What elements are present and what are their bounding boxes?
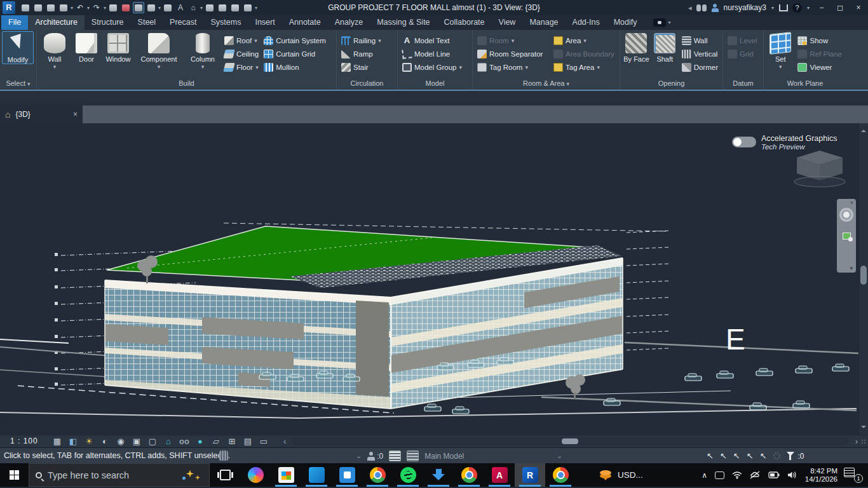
- battery-icon[interactable]: [768, 471, 780, 478]
- viewer-button[interactable]: Viewer: [795, 60, 844, 74]
- taskbar-download-app[interactable]: [423, 463, 454, 487]
- undo-icon[interactable]: ↶: [74, 2, 86, 13]
- taskbar-outlook[interactable]: [301, 463, 332, 487]
- speaker-icon[interactable]: [787, 471, 797, 479]
- model-text-button[interactable]: AModel Text: [400, 34, 465, 47]
- tab-systems[interactable]: Systems: [203, 15, 248, 30]
- taskbar-copilot[interactable]: [240, 463, 271, 487]
- detail-level-icon[interactable]: ▦: [52, 436, 62, 446]
- mall-building[interactable]: [105, 226, 623, 409]
- sync-caret-icon[interactable]: ▾: [71, 5, 73, 11]
- design-options-button[interactable]: [407, 451, 419, 461]
- drawing-area[interactable]: E Accelerated Graphics Tech Preview LEFT…: [0, 123, 868, 435]
- tag-room-button[interactable]: Tag Room▾: [475, 60, 551, 74]
- display-icon[interactable]: [715, 471, 724, 479]
- steering-wheel-icon[interactable]: [839, 208, 853, 222]
- render-icon[interactable]: ◉: [116, 436, 126, 446]
- wall-button[interactable]: Wall▾: [39, 31, 71, 71]
- taskbar-store[interactable]: [271, 463, 301, 487]
- select-by-face-icon[interactable]: ↖: [747, 451, 754, 461]
- tab-modify[interactable]: Modify: [607, 15, 644, 30]
- scale-button[interactable]: 1 : 100: [10, 437, 38, 445]
- taskbar-chrome-1[interactable]: [362, 463, 393, 487]
- worksharing-display-icon[interactable]: ▤: [243, 436, 253, 446]
- scroll-up-icon[interactable]: [861, 127, 866, 132]
- record-caret-icon[interactable]: ▾: [668, 20, 671, 25]
- component-button[interactable]: Component▾: [134, 31, 184, 71]
- tree[interactable]: [566, 374, 585, 399]
- help-icon[interactable]: ?: [792, 3, 802, 13]
- tag-area-button[interactable]: Tag Area▾: [551, 60, 617, 74]
- accelerated-graphics-toggle[interactable]: [732, 137, 756, 147]
- navbar-caret-icon[interactable]: ▾: [850, 265, 853, 271]
- measure-icon[interactable]: [146, 2, 157, 13]
- floor-button[interactable]: Floor▾: [222, 60, 261, 74]
- scroll-down-icon[interactable]: [861, 426, 866, 431]
- crop-region-icon[interactable]: ▢: [147, 436, 158, 446]
- tab-structure[interactable]: Structure: [85, 15, 131, 30]
- dormer-button[interactable]: Dormer: [679, 60, 721, 74]
- aligned-dimension-icon[interactable]: [133, 2, 144, 13]
- file-menu-icon[interactable]: [20, 2, 31, 13]
- currency-widget[interactable]: USD...: [599, 470, 643, 481]
- undo-caret-icon[interactable]: ▾: [87, 5, 90, 11]
- screen-record-button[interactable]: ▾: [653, 15, 672, 30]
- user-name[interactable]: nursyafikay3: [724, 3, 766, 12]
- displacement-icon[interactable]: ▱: [211, 436, 221, 446]
- window-button[interactable]: Window: [102, 31, 134, 63]
- wall-opening-button[interactable]: Wall: [679, 34, 721, 47]
- level-lines-right[interactable]: [627, 231, 670, 350]
- tag-icon[interactable]: [162, 2, 173, 13]
- tab-architecture[interactable]: Architecture: [28, 15, 85, 30]
- temporary-hide-isolate-icon[interactable]: ●: [195, 436, 205, 446]
- taskbar-autocad[interactable]: A: [484, 463, 515, 487]
- close-view-icon[interactable]: ×: [73, 110, 78, 119]
- scroll-right-icon[interactable]: ›: [855, 437, 858, 446]
- select-panel-label[interactable]: Select ▾: [0, 79, 36, 90]
- collapse-icon[interactable]: ◂: [688, 4, 692, 12]
- default-3d-view-icon[interactable]: ⌂: [187, 2, 199, 13]
- search-icon[interactable]: [696, 4, 707, 11]
- curtain-grid-button[interactable]: Curtain Grid: [261, 47, 329, 60]
- opening-by-face-button[interactable]: By Face: [622, 31, 651, 63]
- vertical-scroll-thumb[interactable]: [860, 266, 867, 285]
- roof-button[interactable]: Roof▾: [222, 34, 261, 47]
- minimize-button[interactable]: −: [815, 3, 829, 12]
- taskbar-clock[interactable]: 8:42 PM 14/1/2026: [805, 467, 837, 484]
- area-button[interactable]: Area▾: [551, 34, 617, 47]
- help-caret-icon[interactable]: ▾: [807, 5, 810, 11]
- vertical-scrollbar[interactable]: [858, 123, 868, 435]
- navbar-close-icon[interactable]: ×: [850, 200, 853, 206]
- vertical-opening-button[interactable]: Vertical: [679, 47, 721, 60]
- view-tab-3d[interactable]: ⌂ {3D} ×: [0, 105, 83, 123]
- filter-icon[interactable]: [787, 452, 794, 460]
- level-markers[interactable]: [55, 253, 58, 386]
- tray-expand-icon[interactable]: ∧: [702, 471, 707, 480]
- tab-manage[interactable]: Manage: [522, 15, 565, 30]
- open-icon[interactable]: [32, 2, 44, 13]
- stair-button[interactable]: Stair: [339, 60, 384, 74]
- locked-view-icon[interactable]: ⌂: [163, 436, 173, 446]
- selection-box-icon[interactable]: ▭: [259, 436, 269, 446]
- taskbar-blue-app[interactable]: [332, 463, 362, 487]
- redo-icon[interactable]: ↷: [91, 2, 102, 13]
- tab-analyze[interactable]: Analyze: [328, 15, 370, 30]
- select-pinned-icon[interactable]: ↖: [733, 451, 740, 461]
- select-links-icon[interactable]: ↖: [707, 451, 714, 461]
- store-cart-icon[interactable]: [779, 4, 788, 11]
- shadows-icon[interactable]: ◐: [100, 436, 110, 446]
- text-icon[interactable]: A: [175, 2, 186, 13]
- tab-insert[interactable]: Insert: [248, 15, 281, 30]
- customize-qat-icon[interactable]: ▾: [255, 5, 257, 11]
- tab-annotate[interactable]: Annotate: [282, 15, 328, 30]
- print-icon[interactable]: [107, 2, 119, 13]
- sync-icon[interactable]: [58, 2, 69, 13]
- tab-steel[interactable]: Steel: [131, 15, 163, 30]
- crop-view-icon[interactable]: ▣: [132, 436, 142, 446]
- onedrive-icon[interactable]: [750, 471, 761, 479]
- close-document-icon[interactable]: [120, 2, 132, 13]
- elevation-marker[interactable]: E: [726, 323, 745, 356]
- view-caret-icon[interactable]: ▾: [200, 5, 203, 11]
- scroll-left-icon[interactable]: ‹: [283, 437, 286, 446]
- task-view-button[interactable]: [210, 463, 240, 487]
